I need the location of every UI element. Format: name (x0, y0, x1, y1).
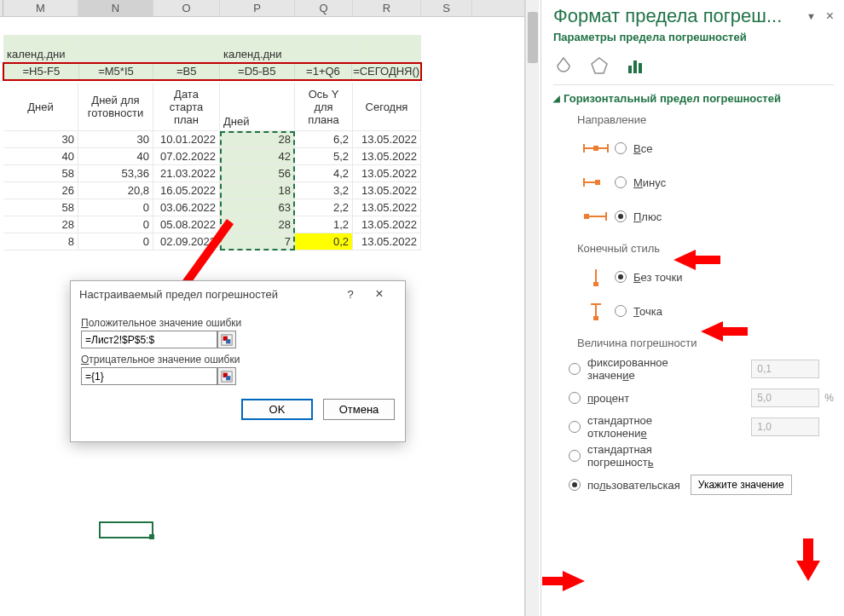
amount-custom-radio[interactable] (569, 479, 581, 491)
table-cell[interactable]: 1,2 (295, 216, 353, 233)
active-cell[interactable] (99, 521, 153, 538)
table-cell[interactable]: 13.05.2022 (353, 216, 421, 233)
col-O[interactable]: O (153, 0, 220, 16)
col-M[interactable]: M (3, 0, 78, 16)
range-picker-button[interactable] (217, 367, 236, 385)
formula-n[interactable]: =M5*I5 (79, 64, 154, 79)
range-picker-button[interactable] (217, 331, 236, 348)
pane-subtitle[interactable]: Параметры предела погрешностей (553, 31, 834, 43)
cancel-button[interactable]: Отмена (323, 399, 395, 420)
table-cell[interactable]: 0 (78, 199, 153, 216)
table-cell[interactable]: 53,36 (78, 165, 153, 182)
pane-dropdown-icon[interactable]: ▼ (806, 11, 818, 21)
amount-percent-radio[interactable] (569, 392, 581, 404)
specify-value-button[interactable]: Укажите значение (691, 475, 792, 495)
positive-error-label: Положительное значение ошибки (81, 317, 395, 329)
table-cell[interactable]: 10.01.2022 (153, 131, 220, 148)
hdr-n[interactable]: Дней для готовности (78, 83, 153, 131)
section-horizontal-error-bars[interactable]: ◢Горизонтальный предел погрешностей (553, 92, 834, 105)
col-N[interactable]: N (78, 0, 153, 16)
table-cell[interactable]: 42 (220, 148, 295, 165)
hdr-r[interactable]: Сегодня (353, 83, 421, 131)
col-P[interactable]: P (220, 0, 295, 16)
table-cell[interactable]: 30 (78, 131, 153, 148)
table-cell[interactable]: 7 (220, 233, 295, 250)
hdr-m[interactable]: Дней (3, 83, 78, 131)
table-cell[interactable]: 28 (220, 216, 295, 233)
table-cell[interactable]: 4,2 (295, 165, 353, 182)
fill-line-icon[interactable] (553, 55, 574, 76)
table-cell[interactable]: 58 (3, 199, 78, 216)
table-cell[interactable]: 21.03.2022 (153, 165, 220, 182)
table-cell[interactable]: 18 (220, 182, 295, 199)
cell-band-p[interactable]: календ.дни (220, 35, 295, 62)
cell-band-m[interactable]: календ.дни (3, 35, 78, 62)
table-cell[interactable]: 28 (3, 216, 78, 233)
table-cell[interactable]: 3,2 (295, 182, 353, 199)
table-cell-highlight[interactable]: 0,2 (295, 233, 353, 250)
table-cell[interactable]: 13.05.2022 (353, 165, 421, 182)
scrollbar-thumb[interactable] (528, 12, 538, 63)
formula-o[interactable]: =B5 (153, 64, 220, 79)
table-cell[interactable]: 26 (3, 182, 78, 199)
amount-stderr-radio[interactable] (569, 450, 581, 462)
fill-handle-icon[interactable] (149, 534, 154, 539)
svg-rect-19 (584, 214, 589, 219)
dialog-titlebar[interactable]: Настраиваемый предел погрешностей ? × (71, 281, 405, 307)
col-Q[interactable]: Q (295, 0, 353, 16)
pane-close-icon[interactable]: × (818, 9, 834, 24)
table-cell[interactable]: 07.02.2022 (153, 148, 220, 165)
col-S[interactable]: S (421, 0, 472, 16)
table-cell[interactable]: 2,2 (295, 199, 353, 216)
table-cell[interactable]: 03.06.2022 (153, 199, 220, 216)
amount-fixed-radio[interactable] (569, 363, 581, 375)
formula-q[interactable]: =1+Q6 (295, 64, 353, 79)
close-icon[interactable]: × (362, 286, 396, 302)
table-cell[interactable]: 6,2 (295, 131, 353, 148)
end-style-label: Конечный стиль (577, 242, 834, 255)
direction-both-radio[interactable] (615, 142, 627, 154)
end-nocap-radio[interactable] (615, 271, 627, 283)
table-cell[interactable]: 5,2 (295, 148, 353, 165)
table-cell[interactable]: 13.05.2022 (353, 182, 421, 199)
table-cell[interactable]: 13.05.2022 (353, 131, 421, 148)
hdr-o[interactable]: Дата старта план (153, 83, 220, 131)
table-cell[interactable]: 20,8 (78, 182, 153, 199)
table-cell[interactable]: 8 (3, 233, 78, 250)
table-cell[interactable]: 30 (3, 131, 78, 148)
table-cell[interactable]: 40 (3, 148, 78, 165)
direction-both-icon (577, 139, 615, 158)
hdr-p[interactable]: Дней (220, 83, 295, 131)
table-cell[interactable]: 40 (78, 148, 153, 165)
col-R[interactable]: R (353, 0, 421, 16)
table-cell[interactable]: 0 (78, 233, 153, 250)
scrollbar-vertical[interactable] (525, 0, 539, 616)
table-cell[interactable]: 16.05.2022 (153, 182, 220, 199)
end-cap-radio[interactable] (615, 305, 627, 317)
amount-stdev-radio[interactable] (569, 421, 581, 433)
table-cell[interactable]: 13.05.2022 (353, 148, 421, 165)
table-cell[interactable]: 13.05.2022 (353, 233, 421, 250)
dialog-help-button[interactable]: ? (338, 288, 362, 301)
formula-m[interactable]: =H5-F5 (4, 64, 79, 79)
direction-plus-label: Плюс (633, 210, 662, 223)
effects-icon[interactable] (589, 55, 610, 76)
error-bar-options-icon[interactable] (625, 55, 645, 76)
formula-p[interactable]: =D5-B5 (220, 64, 295, 79)
svg-rect-15 (593, 146, 598, 151)
table-cell[interactable]: 13.05.2022 (353, 199, 421, 216)
table-cell[interactable]: 05.08.2022 (153, 216, 220, 233)
positive-error-input[interactable] (81, 331, 217, 348)
table-cell[interactable]: 28 (220, 131, 295, 148)
table-cell[interactable]: 56 (220, 165, 295, 182)
ok-button[interactable]: OK (241, 399, 313, 420)
direction-plus-radio[interactable] (615, 210, 627, 222)
direction-minus-radio[interactable] (615, 176, 627, 188)
table-cell[interactable]: 02.09.2022 (153, 233, 220, 250)
table-cell[interactable]: 63 (220, 199, 295, 216)
negative-error-input[interactable] (81, 367, 217, 385)
hdr-q[interactable]: Ось Y для плана (295, 83, 353, 131)
formula-r[interactable]: =СЕГОДНЯ() (352, 64, 420, 79)
table-cell[interactable]: 58 (3, 165, 78, 182)
table-cell[interactable]: 0 (78, 216, 153, 233)
